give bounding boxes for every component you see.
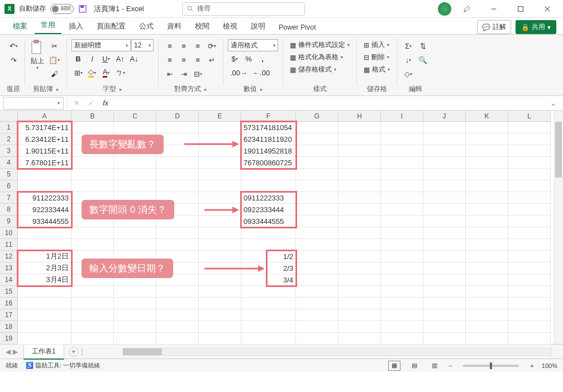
cell-C6[interactable] xyxy=(114,180,156,192)
cell-I8[interactable] xyxy=(381,204,423,216)
cell-L12[interactable] xyxy=(508,251,551,262)
cell-J5[interactable] xyxy=(423,169,466,180)
cell-H14[interactable] xyxy=(338,274,381,286)
cell-K6[interactable] xyxy=(466,180,508,192)
cell-E10[interactable] xyxy=(199,227,241,239)
enter-formula-button[interactable]: ✓ xyxy=(84,97,98,110)
increase-decimal-button[interactable]: .00→ xyxy=(228,66,250,79)
cell-H1[interactable] xyxy=(338,122,381,133)
row-header-10[interactable]: 10 xyxy=(0,227,18,239)
cell-H6[interactable] xyxy=(338,180,381,192)
vertical-scroll-thumb[interactable] xyxy=(555,122,562,178)
fill-button[interactable]: ↓ ▾ xyxy=(402,53,415,66)
cell-J17[interactable] xyxy=(423,309,466,321)
cell-F12[interactable]: 1/2 xyxy=(241,251,296,262)
cell-D1[interactable] xyxy=(156,122,199,133)
cell-E1[interactable] xyxy=(199,122,241,133)
cell-I1[interactable] xyxy=(381,122,423,133)
cell-C4[interactable] xyxy=(114,157,156,169)
cell-A6[interactable] xyxy=(18,180,71,192)
name-box[interactable]: ▾ xyxy=(3,97,64,109)
cell-F10[interactable] xyxy=(241,227,296,239)
cell-C10[interactable] xyxy=(114,227,156,239)
cell-L7[interactable] xyxy=(508,192,551,204)
increase-font-button[interactable]: A↑ xyxy=(113,52,127,65)
cell-H3[interactable] xyxy=(338,145,381,157)
cell-G18[interactable] xyxy=(296,321,338,333)
cell-H19[interactable] xyxy=(338,333,381,345)
tab-data[interactable]: 資料 xyxy=(161,19,188,34)
cell-E18[interactable] xyxy=(199,321,241,333)
cell-C18[interactable] xyxy=(114,321,156,333)
cell-A18[interactable] xyxy=(18,321,71,333)
user-avatar[interactable] xyxy=(438,2,451,16)
column-header-G[interactable]: G xyxy=(296,111,338,122)
fill-color-button[interactable]: ◇ ▾ xyxy=(85,66,99,79)
cell-A16[interactable] xyxy=(18,298,71,309)
cell-L2[interactable] xyxy=(508,133,551,145)
font-name-select[interactable]: 新細明體▾ xyxy=(71,39,131,51)
cell-D18[interactable] xyxy=(156,321,199,333)
align-middle-button[interactable]: ≡ xyxy=(177,39,190,52)
cell-A5[interactable] xyxy=(18,169,71,180)
cell-K3[interactable] xyxy=(466,145,508,157)
cell-B10[interactable] xyxy=(71,227,114,239)
cell-F3[interactable]: 190114952818 xyxy=(241,145,296,157)
row-header-5[interactable]: 5 xyxy=(0,169,18,180)
delete-cells-button[interactable]: ⊟ 刪除 ▾ xyxy=(361,51,392,63)
cell-E12[interactable] xyxy=(199,251,241,262)
view-page-break-button[interactable]: ▥ xyxy=(428,361,441,371)
cell-K17[interactable] xyxy=(466,309,508,321)
cell-A10[interactable] xyxy=(18,227,71,239)
column-header-F[interactable]: F xyxy=(241,111,296,122)
autosave-toggle[interactable]: 關閉 xyxy=(50,4,74,14)
align-bottom-button[interactable]: ≡ xyxy=(191,39,204,52)
cell-G4[interactable] xyxy=(296,157,338,169)
cell-G7[interactable] xyxy=(296,192,338,204)
clear-button[interactable]: ◇ ▾ xyxy=(402,67,415,80)
cell-H4[interactable] xyxy=(338,157,381,169)
cell-F9[interactable]: 0933444555 xyxy=(241,216,296,227)
cell-I15[interactable] xyxy=(381,286,423,298)
cell-G17[interactable] xyxy=(296,309,338,321)
cell-L4[interactable] xyxy=(508,157,551,169)
cell-F16[interactable] xyxy=(241,298,296,309)
cell-I6[interactable] xyxy=(381,180,423,192)
phonetic-button[interactable]: ㄅ ▾ xyxy=(113,66,127,79)
column-header-C[interactable]: C xyxy=(114,111,156,122)
cell-L18[interactable] xyxy=(508,321,551,333)
cell-L9[interactable] xyxy=(508,216,551,227)
cell-K12[interactable] xyxy=(466,251,508,262)
cell-D16[interactable] xyxy=(156,298,199,309)
cell-I3[interactable] xyxy=(381,145,423,157)
cell-A14[interactable]: 3月4日 xyxy=(18,274,71,286)
cell-D6[interactable] xyxy=(156,180,199,192)
zoom-slider-thumb[interactable] xyxy=(490,362,492,369)
cell-I13[interactable] xyxy=(381,262,423,274)
cell-G19[interactable] xyxy=(296,333,338,345)
cell-D10[interactable] xyxy=(156,227,199,239)
tab-view[interactable]: 檢視 xyxy=(217,19,244,34)
cell-K5[interactable] xyxy=(466,169,508,180)
cell-H12[interactable] xyxy=(338,251,381,262)
cell-F14[interactable]: 3/4 xyxy=(241,274,296,286)
cell-C19[interactable] xyxy=(114,333,156,345)
cell-E16[interactable] xyxy=(199,298,241,309)
cell-D4[interactable] xyxy=(156,157,199,169)
cell-H2[interactable] xyxy=(338,133,381,145)
cell-E15[interactable] xyxy=(199,286,241,298)
cell-E7[interactable] xyxy=(199,192,241,204)
cell-A8[interactable]: 922333444 xyxy=(18,204,71,216)
cell-I7[interactable] xyxy=(381,192,423,204)
cell-L6[interactable] xyxy=(508,180,551,192)
column-header-J[interactable]: J xyxy=(423,111,466,122)
cell-F4[interactable]: 767800860725 xyxy=(241,157,296,169)
cell-I10[interactable] xyxy=(381,227,423,239)
italic-button[interactable]: I xyxy=(85,52,99,65)
font-color-button[interactable]: A ▾ xyxy=(99,66,113,79)
row-header-1[interactable]: 1 xyxy=(0,122,18,133)
cell-C5[interactable] xyxy=(114,169,156,180)
paste-button[interactable]: 貼上 ▾ xyxy=(30,39,45,70)
sheet-tab-1[interactable]: 工作表1 xyxy=(23,344,64,360)
conditional-format-button[interactable]: ▦ 條件式格式設定 ▾ xyxy=(288,39,352,51)
